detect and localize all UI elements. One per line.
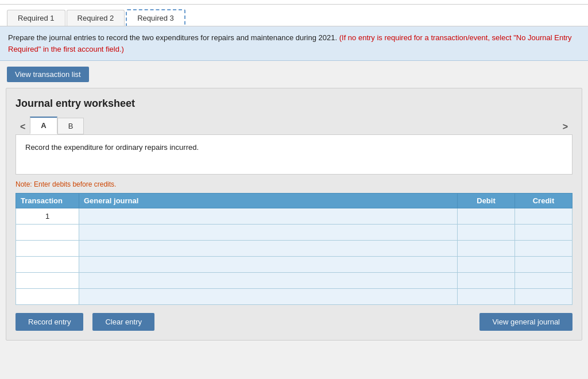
- gj-input-5[interactable]: [79, 273, 457, 288]
- col-header-transaction: Transaction: [16, 194, 79, 208]
- journal-table: Transaction General journal Debit Credit…: [16, 193, 572, 305]
- instruction-box: Prepare the journal entries to record th…: [0, 26, 588, 61]
- credit-input-4[interactable]: [515, 257, 572, 272]
- debit-cell-6[interactable]: [458, 289, 515, 305]
- entry-tab-A[interactable]: A: [30, 117, 57, 134]
- debit-cell-2[interactable]: [458, 225, 515, 241]
- record-entry-button[interactable]: Record entry: [16, 313, 83, 331]
- description-box: Record the expenditure for ordinary repa…: [16, 134, 572, 175]
- debit-cell-1[interactable]: [458, 208, 515, 225]
- debit-cell-3[interactable]: [458, 241, 515, 257]
- table-row: [16, 289, 572, 305]
- transaction-cell-4: [16, 257, 79, 273]
- gj-cell-2[interactable]: [79, 225, 458, 241]
- nav-arrow-left[interactable]: <: [16, 119, 30, 134]
- credit-input-5[interactable]: [515, 273, 572, 288]
- credit-cell-5[interactable]: [515, 273, 572, 289]
- debit-input-3[interactable]: [458, 241, 514, 256]
- tab-required1[interactable]: Required 1: [7, 10, 65, 26]
- credit-cell-4[interactable]: [515, 257, 572, 273]
- view-transaction-button[interactable]: View transaction list: [7, 67, 89, 82]
- gj-cell-4[interactable]: [79, 257, 458, 273]
- credit-input-2[interactable]: [515, 225, 572, 240]
- top-bar: [0, 0, 588, 5]
- gj-input-3[interactable]: [79, 241, 457, 256]
- gj-input-6[interactable]: [79, 289, 457, 304]
- debit-cell-4[interactable]: [458, 257, 515, 273]
- note-text: Note: Enter debits before credits.: [16, 180, 572, 188]
- transaction-cell-1: 1: [16, 208, 79, 225]
- gj-cell-5[interactable]: [79, 273, 458, 289]
- worksheet-title: Journal entry worksheet: [16, 98, 572, 110]
- gj-input-4[interactable]: [79, 257, 457, 272]
- debit-input-1[interactable]: [458, 208, 514, 224]
- table-row: 1: [16, 208, 572, 225]
- transaction-cell-3: [16, 241, 79, 257]
- table-row: [16, 241, 572, 257]
- debit-input-2[interactable]: [458, 225, 514, 240]
- gj-cell-3[interactable]: [79, 241, 458, 257]
- table-row: [16, 257, 572, 273]
- transaction-cell-2: [16, 225, 79, 241]
- table-row: [16, 225, 572, 241]
- entry-tab-row: < A B >: [16, 117, 572, 134]
- transaction-cell-6: [16, 289, 79, 305]
- bottom-buttons: Record entry Clear entry View general jo…: [16, 313, 572, 331]
- col-header-debit: Debit: [458, 194, 515, 208]
- gj-input-1[interactable]: [79, 208, 457, 224]
- debit-input-5[interactable]: [458, 273, 514, 288]
- gj-cell-1[interactable]: [79, 208, 458, 225]
- transaction-cell-5: [16, 273, 79, 289]
- entry-tab-B[interactable]: B: [57, 118, 84, 134]
- description-text: Record the expenditure for ordinary repa…: [25, 143, 199, 152]
- credit-cell-3[interactable]: [515, 241, 572, 257]
- debit-cell-5[interactable]: [458, 273, 515, 289]
- credit-input-1[interactable]: [515, 208, 572, 224]
- instruction-main: Prepare the journal entries to record th…: [8, 33, 337, 42]
- debit-input-4[interactable]: [458, 257, 514, 272]
- debit-input-6[interactable]: [458, 289, 514, 304]
- col-header-gj: General journal: [79, 194, 458, 208]
- gj-input-2[interactable]: [79, 225, 457, 240]
- credit-input-3[interactable]: [515, 241, 572, 256]
- table-row: [16, 273, 572, 289]
- tab-required2[interactable]: Required 2: [67, 10, 125, 26]
- nav-arrow-right[interactable]: >: [558, 119, 572, 134]
- main-tabs: Required 1 Required 2 Required 3: [0, 5, 588, 26]
- credit-cell-6[interactable]: [515, 289, 572, 305]
- gj-cell-6[interactable]: [79, 289, 458, 305]
- col-header-credit: Credit: [515, 194, 572, 208]
- clear-entry-button[interactable]: Clear entry: [92, 313, 154, 331]
- view-general-journal-button[interactable]: View general journal: [479, 313, 572, 331]
- credit-cell-1[interactable]: [515, 208, 572, 225]
- credit-input-6[interactable]: [515, 289, 572, 304]
- credit-cell-2[interactable]: [515, 225, 572, 241]
- worksheet-container: Journal entry worksheet < A B > Record t…: [6, 88, 582, 341]
- tab-required3[interactable]: Required 3: [126, 9, 185, 26]
